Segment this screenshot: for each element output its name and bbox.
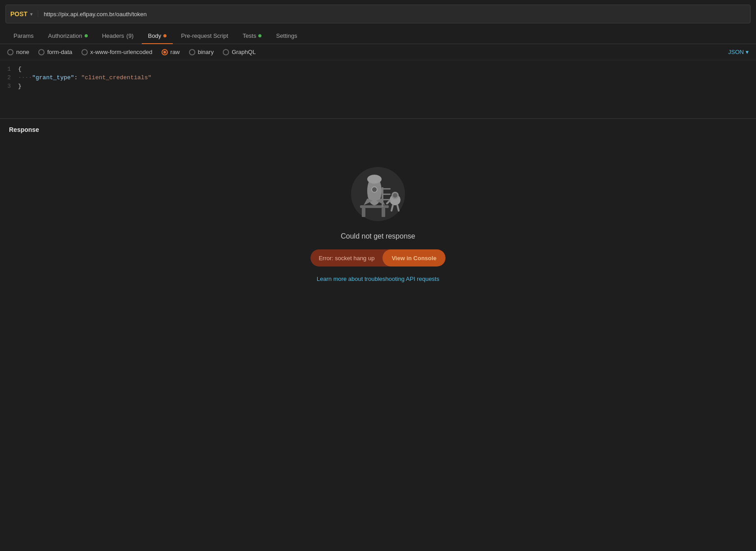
tab-params-label: Params xyxy=(14,32,34,39)
svg-rect-11 xyxy=(382,194,391,195)
json-selector-chevron-icon: ▾ xyxy=(746,49,749,55)
empty-state-message: Could not get response xyxy=(341,232,415,240)
json-value-client-credentials: "client_credentials" xyxy=(81,74,151,81)
line-content-1: { xyxy=(18,66,756,72)
line-content-3: } xyxy=(18,83,756,90)
learn-more-link[interactable]: Learn more about troubleshooting API req… xyxy=(317,276,439,282)
option-binary-label: binary xyxy=(198,49,214,55)
authorization-dot xyxy=(85,34,88,37)
response-section: Response xyxy=(0,119,756,307)
headers-badge: (9) xyxy=(126,32,134,39)
svg-rect-7 xyxy=(362,208,365,217)
radio-raw-inner xyxy=(163,51,166,54)
svg-point-3 xyxy=(372,187,377,192)
json-selector-label: JSON xyxy=(728,49,744,55)
tab-authorization-label: Authorization xyxy=(48,32,82,39)
option-none[interactable]: none xyxy=(7,49,29,55)
tab-settings-label: Settings xyxy=(276,32,297,39)
line-num-3: 3 xyxy=(0,83,18,90)
json-key-grant-type: "grant_type" xyxy=(32,74,74,81)
url-input[interactable] xyxy=(44,11,746,18)
radio-graphql xyxy=(223,49,229,55)
radio-x-www xyxy=(81,49,88,55)
option-graphql[interactable]: GraphQL xyxy=(223,49,256,55)
tab-params[interactable]: Params xyxy=(7,28,40,44)
tab-body[interactable]: Body xyxy=(142,28,173,44)
tab-headers[interactable]: Headers (9) xyxy=(96,28,140,44)
radio-form-data xyxy=(38,49,45,55)
svg-rect-6 xyxy=(360,205,389,208)
error-text: Error: socket hang up xyxy=(310,255,382,262)
code-line-1: 1 { xyxy=(0,65,756,73)
code-editor[interactable]: 1 { 2 ····"grant_type": "client_credenti… xyxy=(0,60,756,119)
body-dot xyxy=(163,34,166,37)
code-line-2: 2 ····"grant_type": "client_credentials" xyxy=(0,73,756,82)
option-raw[interactable]: raw xyxy=(162,49,180,55)
option-x-www[interactable]: x-www-form-urlencoded xyxy=(81,49,153,55)
radio-raw xyxy=(162,49,168,55)
tab-tests-label: Tests xyxy=(243,32,256,39)
tab-prerequest[interactable]: Pre-request Script xyxy=(175,28,234,44)
svg-rect-9 xyxy=(382,187,383,207)
line-num-2: 2 xyxy=(0,74,18,81)
option-none-label: none xyxy=(16,49,29,55)
tab-prerequest-label: Pre-request Script xyxy=(181,32,228,39)
option-binary[interactable]: binary xyxy=(189,49,214,55)
svg-rect-8 xyxy=(382,208,385,217)
line-num-1: 1 xyxy=(0,66,18,72)
tabs-bar: Params Authorization Headers (9) Body Pr… xyxy=(0,28,756,44)
option-form-data[interactable]: form-data xyxy=(38,49,72,55)
json-colon: : xyxy=(74,74,81,81)
empty-state: Could not get response Error: socket han… xyxy=(9,142,747,300)
radio-binary xyxy=(189,49,195,55)
option-form-data-label: form-data xyxy=(47,49,72,55)
error-button-row: Error: socket hang up View in Console xyxy=(310,249,446,266)
json-type-selector[interactable]: JSON ▾ xyxy=(728,49,749,55)
indent-dots: ···· xyxy=(18,74,32,81)
tab-authorization[interactable]: Authorization xyxy=(42,28,94,44)
rocket-illustration xyxy=(342,160,414,223)
svg-point-15 xyxy=(393,193,397,198)
method-selector[interactable]: POST ▾ xyxy=(10,10,38,18)
option-x-www-label: x-www-form-urlencoded xyxy=(90,49,153,55)
tab-body-label: Body xyxy=(148,32,162,39)
method-label: POST xyxy=(10,10,27,18)
response-label: Response xyxy=(9,126,747,133)
code-line-3: 3 } xyxy=(0,82,756,90)
line-content-2: ····"grant_type": "client_credentials" xyxy=(18,74,756,81)
tests-dot xyxy=(258,34,261,37)
option-raw-label: raw xyxy=(171,49,180,55)
method-dropdown-icon: ▾ xyxy=(30,12,32,17)
tab-settings[interactable]: Settings xyxy=(270,28,303,44)
svg-point-2 xyxy=(367,175,382,184)
tab-headers-label: Headers xyxy=(102,32,124,39)
option-graphql-label: GraphQL xyxy=(232,49,256,55)
view-console-button[interactable]: View in Console xyxy=(382,249,445,266)
radio-none xyxy=(7,49,14,55)
tab-tests[interactable]: Tests xyxy=(236,28,268,44)
body-options-row: none form-data x-www-form-urlencoded raw… xyxy=(0,44,756,60)
svg-rect-10 xyxy=(382,188,391,190)
url-bar: POST ▾ xyxy=(5,5,751,23)
